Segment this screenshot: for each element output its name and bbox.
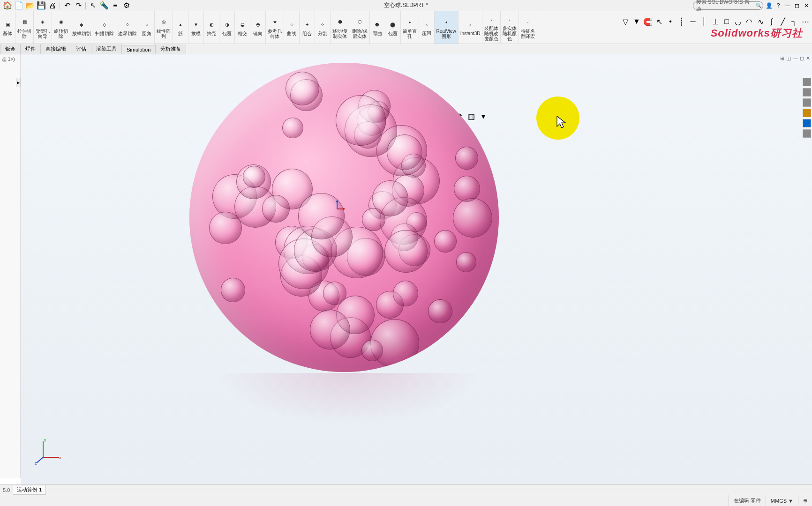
- display-manager-icon[interactable]: ▥: [466, 112, 476, 121]
- save-icon[interactable]: 💾: [37, 1, 46, 10]
- task-open-icon[interactable]: [803, 98, 811, 107]
- select-icon[interactable]: ↖: [88, 1, 98, 10]
- ribbon-组合[interactable]: ✦组合: [300, 11, 315, 44]
- sketch1-icon[interactable]: ∿: [756, 17, 765, 26]
- undo-icon[interactable]: ↶: [62, 1, 72, 10]
- tab-评估[interactable]: 评估: [71, 44, 91, 54]
- redo-icon[interactable]: ↷: [74, 1, 83, 10]
- vp-close-icon[interactable]: ✕: [806, 55, 810, 61]
- sketch2-icon[interactable]: ∫: [767, 17, 776, 26]
- home-icon[interactable]: 🏠: [3, 1, 12, 10]
- ribbon-移动/复制实体[interactable]: ⬢移动/复 制实体: [331, 11, 350, 44]
- ribbon-压凹[interactable]: ⬦压凹: [419, 11, 435, 44]
- ribbon-镜向[interactable]: ◓镜向: [250, 11, 266, 44]
- filter-icon[interactable]: ▽: [621, 17, 630, 26]
- ribbon-icon: ⬪: [504, 14, 515, 25]
- arc2-icon[interactable]: ◠: [744, 17, 754, 26]
- ribbon-圆角[interactable]: ○圆角: [139, 11, 155, 44]
- magnet-icon[interactable]: 🧲: [643, 17, 653, 26]
- dim-vert-icon[interactable]: │: [699, 17, 709, 26]
- vp-max-icon[interactable]: ◻: [800, 55, 804, 61]
- ribbon-包覆[interactable]: ⬤包覆: [385, 11, 401, 44]
- ribbon-边界切除[interactable]: ◊边界切除: [116, 11, 139, 44]
- ribbon-label: 弯曲: [373, 31, 382, 36]
- box-icon[interactable]: □: [722, 17, 731, 26]
- select-icon[interactable]: ↖: [654, 17, 664, 26]
- ribbon-right-tools: ▽▼🧲↖•┊─│⊥□◡◠∿∫╱┐⋯: [621, 17, 810, 26]
- task-layers-icon[interactable]: [803, 88, 811, 97]
- tab-Simulation[interactable]: Simulation: [121, 45, 156, 54]
- task-colors-icon[interactable]: [803, 119, 811, 127]
- vp-cascade-icon[interactable]: ◫: [786, 55, 791, 61]
- task-list-icon[interactable]: [803, 129, 811, 138]
- task-appearances-icon[interactable]: [803, 109, 811, 117]
- more2-icon[interactable]: ⋯: [801, 17, 810, 26]
- separator: [60, 2, 60, 9]
- model-body[interactable]: [189, 63, 499, 372]
- ribbon-弯曲[interactable]: ⬣弯曲: [370, 11, 385, 44]
- ribbon-特征名翻译宏[interactable]: ⬫特征名 翻译宏: [519, 11, 537, 44]
- tab-焊件[interactable]: 焊件: [20, 44, 41, 54]
- ribbon-基体[interactable]: ▣基体: [0, 11, 15, 44]
- ribbon-拉伸切除[interactable]: ▦拉伸切 除: [15, 11, 34, 44]
- search-input[interactable]: 搜索 SOLIDWORKS 帮助: [693, 1, 763, 10]
- settings-icon[interactable]: ⚙: [122, 1, 131, 10]
- ribbon-RealView图形[interactable]: ⬧RealView 图形: [435, 11, 459, 44]
- ribbon-筋[interactable]: ▲筋: [173, 11, 188, 44]
- ribbon-包覆[interactable]: ◑包覆: [219, 11, 235, 44]
- corner-icon[interactable]: ┐: [789, 17, 799, 26]
- tab-分析准备[interactable]: 分析准备: [155, 44, 186, 54]
- ribbon-icon: ◐: [206, 19, 217, 30]
- units-status[interactable]: MMGS ▼: [766, 495, 798, 506]
- ribbon-参考几何体[interactable]: ★参考几 何体: [266, 11, 284, 44]
- close-icon[interactable]: ✕: [803, 2, 810, 9]
- dim-point-icon[interactable]: ┊: [677, 17, 686, 26]
- tab-钣金[interactable]: 钣金: [0, 44, 21, 54]
- more-icon[interactable]: ▾: [479, 112, 488, 121]
- line1-icon[interactable]: ╱: [778, 17, 788, 26]
- arc1-icon[interactable]: ◡: [733, 17, 743, 26]
- select-filter-icon[interactable]: ▼: [632, 17, 641, 26]
- ribbon-线性阵列[interactable]: ◎线性阵 列: [155, 11, 173, 44]
- vp-tile-icon[interactable]: ⊞: [780, 55, 784, 61]
- vp-min-icon[interactable]: —: [793, 55, 798, 61]
- print-icon[interactable]: 🖨: [48, 1, 57, 10]
- ribbon-简单直孔[interactable]: ⬥简单直 孔: [401, 11, 419, 44]
- status-extra-icon[interactable]: ⊕: [798, 495, 812, 506]
- minimize-icon[interactable]: —: [784, 2, 791, 9]
- ribbon-相交[interactable]: ◒相交: [235, 11, 250, 44]
- ribbon-label: 拉伸切 除: [17, 29, 31, 39]
- ribbon-异型孔向导[interactable]: ◈异型孔 向导: [34, 11, 52, 44]
- ribbon-装配体随机改变颜色[interactable]: ⬩装配体 随机改 变颜色: [482, 11, 501, 44]
- ribbon-放样切割[interactable]: ◆放样切割: [70, 11, 93, 44]
- ribbon-Instant3D[interactable]: ⬨Instant3D: [459, 11, 483, 44]
- new-icon[interactable]: 📄: [14, 1, 23, 10]
- task-home-icon[interactable]: [803, 78, 811, 86]
- feature-tree-panel[interactable]: 态 1>) ▶: [0, 54, 21, 478]
- help-icon[interactable]: ?: [774, 2, 782, 9]
- dim-icon[interactable]: ⊥: [711, 17, 720, 26]
- expand-tree-icon[interactable]: ▶: [16, 78, 21, 87]
- maximize-icon[interactable]: ◻: [793, 2, 801, 9]
- options-icon[interactable]: ≡: [111, 1, 120, 10]
- ribbon-多实体随机颜色[interactable]: ⬪多实体 随机颜 色: [501, 11, 519, 44]
- ribbon-label: 包覆: [222, 31, 232, 36]
- ribbon-删除/保留实体[interactable]: ⬡删除/保 留实体: [350, 11, 370, 44]
- ribbon-扫描切除[interactable]: ◇扫描切除: [93, 11, 116, 44]
- ribbon-曲线[interactable]: ☆曲线: [284, 11, 300, 44]
- tab-直接编辑[interactable]: 直接编辑: [40, 44, 71, 54]
- dim-horiz-icon[interactable]: ─: [688, 17, 698, 26]
- motion-study-tab[interactable]: 运动算例 1: [13, 485, 46, 495]
- user-icon[interactable]: 👤: [765, 2, 773, 9]
- measure-icon[interactable]: •: [666, 17, 675, 26]
- tab-渲染工具[interactable]: 渲染工具: [91, 44, 122, 54]
- svg-text:z: z: [35, 461, 37, 466]
- rebuild-icon[interactable]: 🔦: [99, 1, 109, 10]
- ribbon-旋转切除[interactable]: ◉旋转切 除: [52, 11, 70, 44]
- coordinate-triad-icon[interactable]: y x z: [35, 438, 63, 466]
- graphics-viewport[interactable]: ⊞ ◫ — ◻ ✕ ⤢🔍↺✂◧▦👁🎨🌄⚙▥▾ y x z: [21, 54, 812, 484]
- ribbon-拔模[interactable]: ▼拔模: [188, 11, 204, 44]
- ribbon-抽壳[interactable]: ◐抽壳: [204, 11, 219, 44]
- open-icon[interactable]: 📂: [25, 1, 35, 10]
- ribbon-分割[interactable]: ✧分割: [315, 11, 331, 44]
